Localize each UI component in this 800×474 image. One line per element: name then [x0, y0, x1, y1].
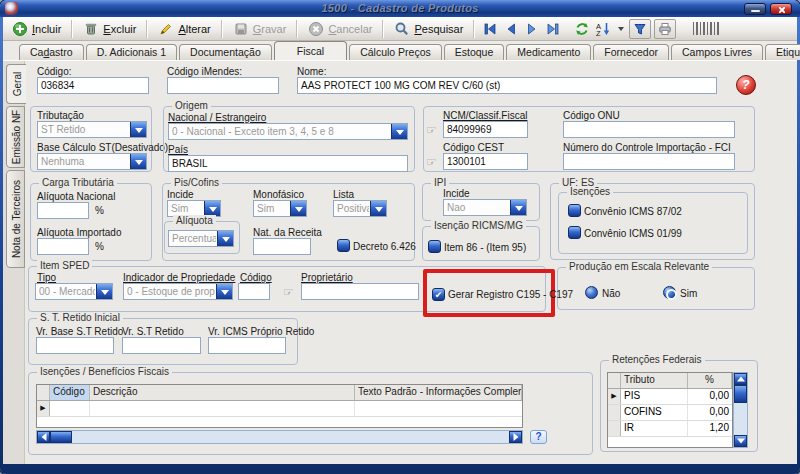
ipi-incide-select[interactable]: Nao: [443, 199, 527, 216]
sort-options-dropdown[interactable]: [615, 20, 626, 37]
vr-st-retido-input[interactable]: [122, 337, 201, 354]
sped-proprietario-input[interactable]: [301, 283, 419, 300]
tab-d-adicionais-1[interactable]: D. Adicionais 1: [86, 44, 177, 60]
codigo-cest-input[interactable]: 1300101: [443, 153, 528, 170]
sped-indicador-label[interactable]: Indicador de Propriedade: [123, 272, 235, 283]
cancelar-button[interactable]: Cancelar: [304, 20, 376, 38]
last-record-button[interactable]: [544, 20, 562, 37]
col-texto-padrao[interactable]: Texto Padrão - Informações Complementare…: [355, 385, 522, 400]
sped-codigo-input[interactable]: [238, 283, 270, 300]
separator: [296, 20, 298, 38]
tab-campos-livres[interactable]: Campos Livres: [671, 44, 763, 60]
lista-select[interactable]: Positiva: [333, 200, 387, 217]
table-row[interactable]: COFINS 0,00: [608, 405, 732, 421]
vr-base-st-input[interactable]: [36, 337, 114, 354]
separator: [221, 20, 223, 38]
codigo-imendes-input[interactable]: [167, 77, 279, 94]
col-descricao[interactable]: Descrição: [90, 385, 355, 400]
row-marker-icon: ▶: [611, 392, 616, 400]
sped-codigo-label[interactable]: Código: [240, 272, 272, 283]
scroll-right-button[interactable]: [509, 431, 522, 443]
prior-record-button[interactable]: [502, 20, 520, 37]
tab-estoque[interactable]: Estoque: [444, 44, 505, 60]
producao-sim-radio[interactable]: [663, 286, 676, 299]
scroll-left-button[interactable]: [37, 431, 50, 443]
tab-medicamento[interactable]: Medicamento: [506, 44, 591, 60]
hand-pointer-icon[interactable]: ☞: [426, 156, 437, 168]
scroll-up-button[interactable]: [734, 373, 747, 385]
base-calculo-st-select[interactable]: Nenhuma: [37, 153, 147, 170]
producao-nao-radio[interactable]: [585, 286, 598, 299]
tab-fiscal[interactable]: Fiscal: [274, 41, 347, 60]
minimize-button[interactable]: [744, 3, 766, 15]
tab-documentacao[interactable]: Documentação: [179, 44, 272, 60]
alterar-button[interactable]: Alterar: [154, 20, 214, 38]
side-tab-emissao-nf[interactable]: Emissão NF: [6, 106, 25, 168]
sped-proprietario-label[interactable]: Proprietário: [301, 272, 353, 283]
codigo-onu-input[interactable]: [563, 121, 735, 138]
tab-cadastro[interactable]: Cadastro: [19, 44, 84, 60]
nome-input[interactable]: AAS PROTECT 100 MG COM REV C/60 (st): [297, 77, 717, 94]
scroll-thumb[interactable]: [50, 431, 72, 443]
search-icon: [394, 21, 410, 37]
aliquota-importado-input[interactable]: [37, 238, 89, 255]
col-percentual[interactable]: %: [688, 373, 732, 388]
monofasico-label: Monofásico: [253, 189, 304, 200]
aliquota-nacional-input[interactable]: [37, 202, 89, 219]
side-tab-geral[interactable]: Geral: [6, 64, 26, 104]
retencoes-federais-grid[interactable]: Tributo % ▶ PIS 0,00 COFINS 0,00 IR 1,20: [607, 372, 733, 448]
refresh-button[interactable]: [573, 20, 591, 37]
excluir-button[interactable]: Excluir: [79, 20, 140, 38]
gravar-button[interactable]: Gravar: [229, 20, 291, 38]
col-tributo[interactable]: Tributo: [621, 373, 688, 388]
dropdown-icon: [217, 231, 233, 246]
next-record-button[interactable]: [523, 20, 541, 37]
filter-button[interactable]: [629, 19, 651, 39]
gerar-registro-c195-c197-checkbox[interactable]: ✔: [432, 288, 445, 301]
aliquota-tipo-select[interactable]: Percentual: [168, 230, 234, 247]
table-row[interactable]: ▶ PIS 0,00: [608, 389, 732, 405]
decreto-6426-checkbox[interactable]: [337, 239, 350, 252]
vr-icms-proprio-input[interactable]: [208, 337, 286, 354]
help-icon[interactable]: ?: [736, 75, 756, 95]
ncm-label[interactable]: NCM/Classif.Fiscal: [443, 110, 527, 121]
scroll-down-button[interactable]: [734, 435, 747, 447]
tab-etiquetas[interactable]: Etiquetas: [765, 44, 800, 60]
tab-fornecedor[interactable]: Fornecedor: [593, 44, 669, 60]
close-button[interactable]: [770, 3, 792, 15]
hand-pointer-icon[interactable]: ☞: [426, 124, 437, 136]
tributacao-select[interactable]: ST Retido: [37, 121, 147, 138]
nat-receita-input[interactable]: [253, 238, 311, 255]
pais-input[interactable]: BRASIL: [168, 155, 408, 172]
nacional-estrangeiro-select[interactable]: 0 - Nacional - Exceto item 3, 4, 5 e 8: [168, 123, 408, 140]
sped-tipo-label[interactable]: Tipo: [37, 272, 56, 283]
hand-pointer-icon[interactable]: ☞: [283, 286, 294, 298]
sped-indicador-select[interactable]: 0 - Estoque de proprieda: [123, 283, 233, 300]
monofasico-select[interactable]: Sim: [253, 200, 307, 217]
side-tab-nota-de-terceiros[interactable]: Nota de Terceiros: [6, 170, 25, 268]
grid-help-button[interactable]: ?: [530, 430, 547, 444]
col-codigo[interactable]: Código: [50, 385, 90, 400]
fci-input[interactable]: [563, 153, 735, 170]
grid-hscrollbar[interactable]: [36, 430, 523, 444]
isencoes-beneficios-grid[interactable]: Código Descrição Texto Padrão - Informaç…: [36, 384, 523, 428]
first-record-button[interactable]: [481, 20, 499, 37]
sped-tipo-select[interactable]: 00 - Mercadoria: [35, 283, 113, 300]
dropdown-icon: [290, 201, 306, 216]
dropdown-icon: [391, 124, 407, 139]
grid-vscrollbar[interactable]: [733, 372, 748, 448]
print-button[interactable]: [654, 19, 676, 39]
sort-az-button[interactable]: AZ: [594, 20, 612, 37]
convenio-icms-0199-checkbox[interactable]: [568, 226, 581, 239]
pesquisar-label: Pesquisar: [414, 23, 463, 35]
table-row[interactable]: ▶: [37, 401, 522, 417]
incluir-button[interactable]: Incluir: [8, 20, 65, 38]
scroll-thumb[interactable]: [734, 385, 747, 403]
ncm-input[interactable]: 84099969: [443, 121, 528, 138]
pesquisar-button[interactable]: Pesquisar: [390, 20, 467, 38]
codigo-input[interactable]: 036834: [37, 77, 149, 94]
table-row[interactable]: IR 1,20: [608, 421, 732, 437]
tab-calculo-precos[interactable]: Cálculo Preços: [349, 44, 442, 60]
item-86-checkbox[interactable]: [428, 240, 441, 253]
convenio-icms-8702-checkbox[interactable]: [568, 204, 581, 217]
